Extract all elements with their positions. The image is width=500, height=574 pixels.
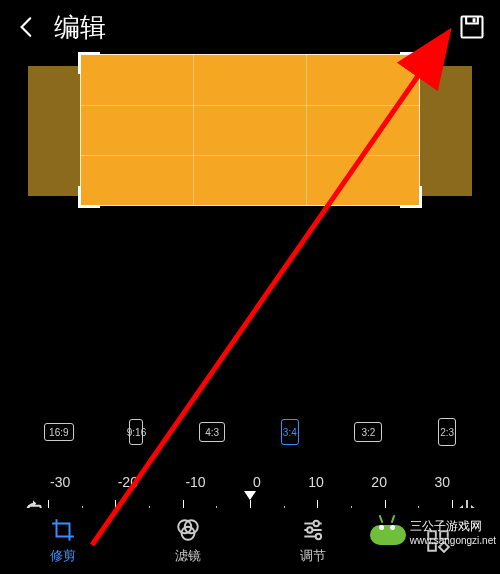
- tab-crop[interactable]: 修剪: [50, 517, 76, 565]
- filter-icon: [175, 517, 201, 543]
- image-bright: [80, 54, 420, 206]
- save-icon[interactable]: [458, 13, 486, 41]
- watermark-text: 三公子游戏网: [410, 518, 496, 535]
- watermark: 三公子游戏网 www.sangongzi.net: [370, 518, 496, 546]
- watermark-badge-icon: [370, 519, 406, 545]
- ratio-2-3[interactable]: 2:3: [438, 418, 456, 448]
- back-icon[interactable]: [14, 14, 40, 40]
- svg-point-6: [313, 521, 318, 526]
- ratio-3-4[interactable]: 3:4: [281, 419, 299, 447]
- svg-point-7: [307, 527, 312, 532]
- tab-adjust[interactable]: 调节: [300, 517, 326, 565]
- angle-tick-label: -20: [118, 474, 138, 490]
- angle-tick-label: -10: [185, 474, 205, 490]
- angle-tick-label: 20: [371, 474, 387, 490]
- svg-rect-0: [462, 17, 483, 38]
- tab-label: 调节: [300, 547, 326, 565]
- ratio-4-3[interactable]: 4:3: [199, 422, 225, 444]
- angle-pointer: [244, 491, 256, 500]
- crop-preview[interactable]: [0, 54, 500, 224]
- crop-icon: [50, 517, 76, 543]
- image-dim-left: [28, 66, 80, 196]
- angle-tick-label: 30: [434, 474, 450, 490]
- angle-tick-label: 0: [253, 474, 261, 490]
- image-dim-right: [420, 66, 472, 196]
- angle-tick-label: 10: [308, 474, 324, 490]
- angle-tick-label: -30: [50, 474, 70, 490]
- ratio-3-2[interactable]: 3:2: [354, 422, 382, 444]
- tab-filter[interactable]: 滤镜: [175, 517, 201, 565]
- page-title: 编辑: [54, 10, 106, 45]
- tab-label: 修剪: [50, 547, 76, 565]
- svg-point-8: [315, 534, 320, 539]
- editor-screen: 编辑 16:99:164:33:43:22:3: [0, 0, 500, 574]
- svg-rect-1: [473, 18, 476, 22]
- adjust-icon: [300, 517, 326, 543]
- header: 编辑: [0, 0, 500, 54]
- tab-label: 滤镜: [175, 547, 201, 565]
- aspect-ratio-bar: 16:99:164:33:43:22:3: [0, 408, 500, 458]
- watermark-url: www.sangongzi.net: [410, 535, 496, 546]
- ratio-9-16[interactable]: 9:16: [129, 419, 143, 447]
- ratio-16-9[interactable]: 16:9: [44, 423, 74, 443]
